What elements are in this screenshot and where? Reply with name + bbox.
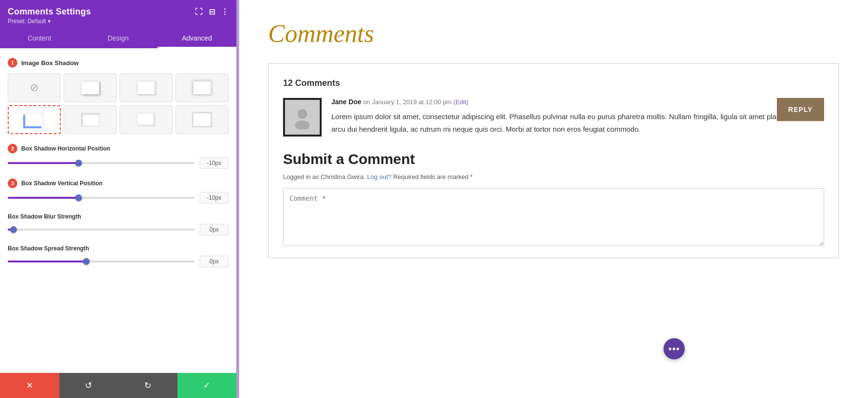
spread-value[interactable] (200, 256, 229, 267)
logged-in-text: Logged in as Christina Gwira. Log out? R… (283, 173, 824, 180)
panel-title-actions: ⛶ ⊟ ⋮ (195, 7, 229, 16)
split-icon[interactable]: ⊟ (209, 7, 215, 16)
panel-toolbar: ✕ ↺ ↻ ✓ (0, 373, 236, 398)
section-number-3: 3 (8, 178, 17, 188)
comment-body: Jane Doe on January 1, 2019 at 12:00 pm … (331, 98, 824, 137)
no-shadow-icon: ⊘ (30, 82, 39, 94)
vertical-value[interactable] (200, 192, 229, 204)
tab-content[interactable]: Content (0, 29, 79, 48)
svg-point-0 (298, 109, 307, 119)
horizontal-label: Box Shadow Horizontal Position (21, 145, 110, 152)
image-shadow-label: Image Box Shadow (21, 59, 79, 67)
section-number-1: 1 (8, 58, 17, 68)
spread-label: Box Shadow Spread Strength (8, 245, 89, 252)
submit-title: Submit a Comment (283, 151, 824, 167)
shadow-preview-4 (25, 113, 43, 126)
expand-icon[interactable]: ⛶ (195, 8, 203, 16)
reply-button[interactable]: REPLY (777, 98, 824, 121)
cancel-button[interactable]: ✕ (0, 373, 59, 398)
preset-label[interactable]: Preset: Default ▾ (8, 18, 229, 25)
comment-row: Jane Doe on January 1, 2019 at 12:00 pm … (283, 98, 824, 137)
shadow-option-6[interactable] (120, 105, 173, 134)
spread-thumb[interactable] (83, 258, 90, 265)
vertical-slider[interactable] (8, 197, 195, 199)
spread-slider-row (8, 256, 229, 267)
horizontal-fill (8, 162, 79, 164)
avatar (283, 98, 322, 137)
logout-link[interactable]: Log out? (367, 173, 392, 180)
horizontal-label-row: 2 Box Shadow Horizontal Position (8, 144, 229, 153)
comment-author: Jane Doe (331, 98, 361, 106)
shadow-preview-5 (81, 113, 99, 126)
vertical-thumb[interactable] (75, 194, 82, 201)
page-title: Comments (268, 19, 839, 48)
horizontal-slider-row (8, 157, 229, 169)
vertical-label-row: 3 Box Shadow Vertical Position (8, 178, 229, 188)
vertical-fill (8, 197, 79, 199)
shadow-option-1[interactable] (64, 73, 117, 102)
blur-slider-row (8, 224, 229, 235)
shadow-preview-6 (137, 113, 155, 126)
blur-value[interactable] (200, 224, 229, 235)
horizontal-thumb[interactable] (75, 160, 82, 166)
settings-panel: Comments Settings ⛶ ⊟ ⋮ Preset: Default … (0, 0, 236, 398)
comment-edit[interactable]: (Edit) (453, 98, 468, 106)
spread-label-row: Box Shadow Spread Strength (8, 245, 229, 252)
shadow-options-grid: ⊘ (8, 73, 229, 134)
comments-count: 12 Comments (283, 78, 824, 88)
shadow-option-4[interactable] (8, 105, 61, 134)
redo-button[interactable]: ↻ (118, 373, 177, 398)
shadow-option-none[interactable]: ⊘ (8, 73, 61, 102)
required-text: Required fields are marked * (393, 173, 473, 180)
dots-icon: ••• (668, 343, 680, 355)
comments-box: 12 Comments Jane Doe on January 1, 2019 … (268, 63, 839, 258)
blur-thumb[interactable] (10, 226, 17, 233)
floating-action-button[interactable]: ••• (664, 338, 685, 359)
blur-slider[interactable] (8, 229, 195, 231)
horizontal-slider[interactable] (8, 162, 195, 164)
comment-text: Lorem ipsum dolor sit amet, consectetur … (331, 110, 824, 135)
shadow-preview-3 (193, 81, 211, 95)
vertical-position-section: 3 Box Shadow Vertical Position (8, 178, 229, 204)
shadow-option-5[interactable] (64, 105, 117, 134)
undo-button[interactable]: ↺ (59, 373, 119, 398)
section-number-2: 2 (8, 144, 17, 153)
horizontal-value[interactable] (200, 157, 229, 169)
shadow-preview-2 (137, 81, 155, 95)
panel-title-row: Comments Settings ⛶ ⊟ ⋮ (8, 7, 229, 17)
image-shadow-section-header: 1 Image Box Shadow (8, 58, 229, 68)
vertical-label: Box Shadow Vertical Position (21, 180, 103, 187)
shadow-preview-1 (81, 81, 99, 95)
comment-input[interactable] (283, 188, 824, 246)
shadow-option-2[interactable] (120, 73, 173, 102)
tab-design[interactable]: Design (79, 29, 157, 48)
more-icon[interactable]: ⋮ (221, 7, 229, 16)
panel-content: 1 Image Box Shadow ⊘ (0, 48, 236, 373)
blur-label-row: Box Shadow Blur Strength (8, 213, 229, 220)
tab-advanced[interactable]: Advanced (158, 29, 236, 48)
shadow-option-7[interactable] (176, 105, 229, 134)
comment-date: on January 1, 2019 at 12:00 pm (363, 98, 453, 106)
spread-slider[interactable] (8, 261, 195, 262)
panel-title: Comments Settings (8, 7, 91, 17)
save-button[interactable]: ✓ (177, 373, 237, 398)
blur-label: Box Shadow Blur Strength (8, 213, 81, 220)
vertical-slider-row (8, 192, 229, 204)
shadow-preview-7 (193, 113, 211, 126)
preview-area: Comments 12 Comments Jane Doe on January… (239, 0, 868, 398)
svg-point-1 (295, 121, 310, 129)
avatar-image (290, 105, 314, 129)
submit-section: Submit a Comment Logged in as Christina … (283, 151, 824, 248)
panel-header: Comments Settings ⛶ ⊟ ⋮ Preset: Default … (0, 0, 236, 29)
panel-tabs: Content Design Advanced (0, 29, 236, 48)
shadow-option-3[interactable] (176, 73, 229, 102)
blur-section: Box Shadow Blur Strength (8, 213, 229, 235)
spread-fill (8, 261, 86, 262)
spread-section: Box Shadow Spread Strength (8, 245, 229, 267)
comment-meta: Jane Doe on January 1, 2019 at 12:00 pm … (331, 98, 824, 106)
horizontal-position-section: 2 Box Shadow Horizontal Position (8, 144, 229, 169)
